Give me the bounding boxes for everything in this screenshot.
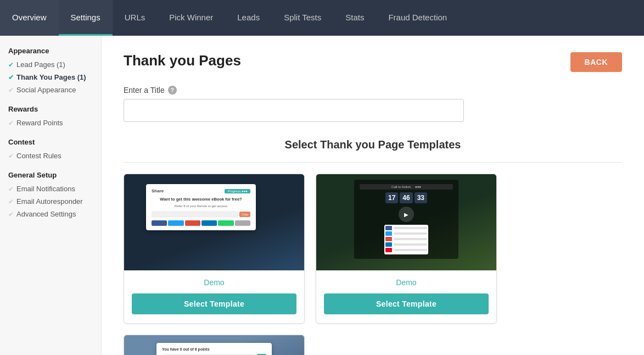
nav-item-overview[interactable]: Overview <box>0 0 59 36</box>
page-layout: Appearance ✔ Lead Pages (1) ✔ Thank You … <box>0 36 644 355</box>
sidebar-item-contest-rules[interactable]: ✔ Contest Rules <box>8 149 96 162</box>
template-card-1: Share Progress ●●● Want to get this awes… <box>124 174 305 324</box>
sidebar-item-social-appearance[interactable]: ✔ Social Appearance <box>8 84 96 96</box>
sidebar-item-thank-you-pages[interactable]: ✔ Thank You Pages (1) <box>8 71 96 84</box>
template-preview-2: Call to Action ●●● 17 46 33 ▶ <box>316 174 496 270</box>
nav-item-pick-winner[interactable]: Pick Winner <box>157 0 225 36</box>
check-icon: ✔ <box>8 61 14 69</box>
nav-item-split-tests[interactable]: Split Tests <box>272 0 333 36</box>
sidebar-item-label: Thank You Pages (1) <box>16 73 86 81</box>
check-icon: ✔ <box>8 198 14 206</box>
sidebar-item-label: Lead Pages (1) <box>16 60 65 69</box>
check-icon: ✔ <box>8 152 14 160</box>
check-icon: ✔ <box>8 74 14 81</box>
check-icon: ✔ <box>8 119 14 127</box>
nav-item-stats[interactable]: Stats <box>333 0 376 36</box>
demo-label-1: Demo <box>132 278 296 287</box>
top-navigation: Overview Settings URLs Pick Winner Leads… <box>0 0 644 36</box>
nav-item-leads[interactable]: Leads <box>225 0 272 36</box>
select-template-button-2[interactable]: Select Template <box>324 293 489 314</box>
templates-heading: Select Thank you Page Templates <box>124 138 622 151</box>
title-input[interactable] <box>124 99 464 122</box>
nav-item-urls[interactable]: URLs <box>113 0 158 36</box>
sidebar-section-general-setup: General Setup <box>8 171 96 179</box>
check-icon: ✔ <box>8 210 14 218</box>
select-template-button-1[interactable]: Select Template <box>132 293 296 314</box>
sidebar-section-rewards: Rewards <box>8 105 96 113</box>
title-field-label: Enter a Title ? <box>124 86 622 95</box>
help-icon[interactable]: ? <box>168 86 177 95</box>
sidebar-item-email-notifications[interactable]: ✔ Email Notifications <box>8 182 96 195</box>
sidebar-section-contest: Contest <box>8 138 96 146</box>
minimal-inner-3: You have 0 out of 8 points Go My special… <box>156 343 272 355</box>
back-button[interactable]: BACK <box>570 52 622 72</box>
template-card-3: You have 0 out of 8 points Go My special… <box>124 335 305 355</box>
sidebar-section-appearance: Appearance <box>8 47 96 55</box>
templates-grid: Share Progress ●●● Want to get this awes… <box>124 174 622 355</box>
page-title: Thank you Pages <box>124 52 622 69</box>
nav-item-settings[interactable]: Settings <box>59 0 113 36</box>
preview-inner-card-1: Share Progress ●●● Want to get this awes… <box>146 184 256 230</box>
sidebar-item-email-autoresponder[interactable]: ✔ Email Autoresponder <box>8 195 96 208</box>
sidebar-item-label: Social Appearance <box>16 86 76 94</box>
countdown-inner-2: Call to Action ●●● 17 46 33 ▶ <box>354 180 458 259</box>
template-card-body-2: Demo Select Template <box>316 270 496 323</box>
sidebar-item-label: Contest Rules <box>16 152 61 160</box>
sidebar-item-label: Reward Points <box>16 119 63 127</box>
sidebar-item-label: Email Notifications <box>16 185 75 193</box>
sidebar-item-reward-points[interactable]: ✔ Reward Points <box>8 117 96 129</box>
template-preview-1: Share Progress ●●● Want to get this awes… <box>124 174 304 270</box>
nav-item-fraud-detection[interactable]: Fraud Detection <box>376 0 459 36</box>
check-icon: ✔ <box>8 86 14 94</box>
template-card-2: Call to Action ●●● 17 46 33 ▶ <box>316 174 497 324</box>
demo-label-2: Demo <box>324 278 489 287</box>
sidebar-item-lead-pages[interactable]: ✔ Lead Pages (1) <box>8 58 96 71</box>
templates-divider <box>124 162 622 163</box>
check-icon: ✔ <box>8 185 14 193</box>
sidebar: Appearance ✔ Lead Pages (1) ✔ Thank You … <box>0 36 102 355</box>
template-card-body-1: Demo Select Template <box>124 270 304 323</box>
template-preview-3: You have 0 out of 8 points Go My special… <box>124 335 304 355</box>
sidebar-item-advanced-settings[interactable]: ✔ Advanced Settings <box>8 208 96 220</box>
main-content: Thank you Pages BACK Enter a Title ? Sel… <box>102 36 644 355</box>
sidebar-item-label: Advanced Settings <box>16 210 76 218</box>
play-icon: ▶ <box>399 207 414 222</box>
sidebar-item-label: Email Autoresponder <box>16 197 83 206</box>
title-label-text: Enter a Title <box>124 86 165 95</box>
